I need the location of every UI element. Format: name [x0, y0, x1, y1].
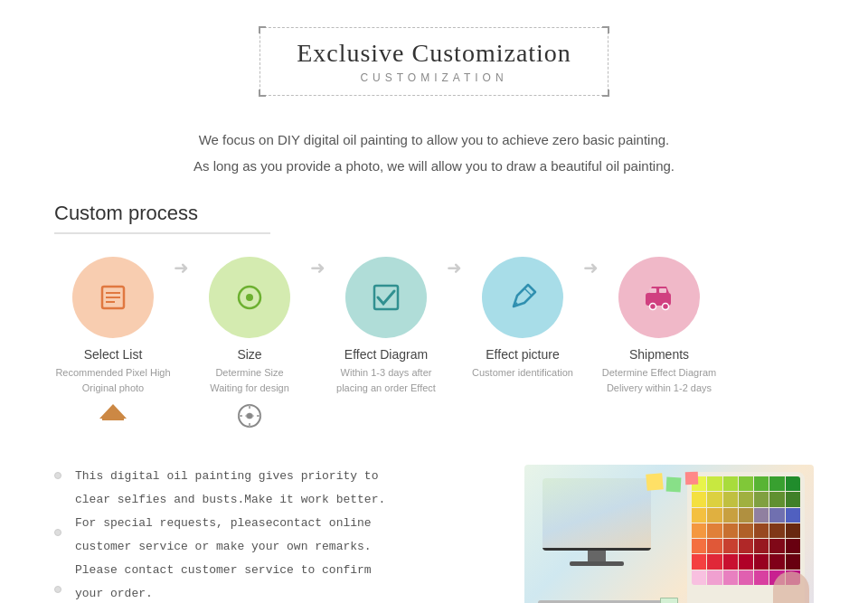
swatch-cell [786, 523, 800, 538]
step-effect-diagram: Effect Diagram Within 1-3 days afterplac… [327, 257, 445, 395]
arrow-2: ➜ [308, 257, 327, 324]
checkmark-icon [368, 279, 404, 316]
swatch-cell [723, 570, 738, 585]
bottom-text-line6: your order. [75, 582, 497, 603]
swatch-cell [754, 539, 769, 553]
swatch-cell [754, 554, 769, 569]
color-tablet [687, 472, 805, 603]
monitor-display [542, 478, 651, 551]
circle-dot-icon [231, 279, 268, 316]
arrow-3: ➜ [445, 257, 464, 324]
process-section: Custom process Select List Recommended P… [0, 193, 868, 433]
swatch-grid [692, 476, 800, 585]
swatch-cell [739, 554, 753, 569]
step-circle-2 [209, 257, 290, 338]
swatch-cell [769, 539, 784, 553]
bottom-text-line5: Please contact customer service to confi… [75, 559, 497, 582]
swatch-cell [692, 570, 706, 585]
bottom-text-line2: clear selfies and busts.Make it work bet… [75, 488, 497, 512]
swatch-cell [723, 508, 738, 523]
deco-corner-tl [259, 26, 266, 33]
swatch-cell [739, 539, 753, 553]
step-label-5: Shipments [629, 347, 689, 362]
list-icon [95, 279, 131, 316]
monitor-base [570, 561, 624, 566]
step-extra-icon-1 [99, 402, 127, 424]
svg-rect-5 [102, 419, 124, 420]
dot-2 [54, 529, 61, 536]
step-effect-picture: Effect picture Customer identification [464, 257, 581, 381]
svg-point-19 [663, 304, 669, 310]
bottom-section: This digital oil painting gives priority… [0, 451, 868, 603]
swatch-cell [769, 508, 784, 523]
step-size: Size Determine SizeWaiting for design [191, 257, 308, 433]
swatch-cell [692, 508, 706, 523]
sidebar-dots [54, 465, 61, 593]
swatch-cell [786, 554, 800, 569]
swatch-cell [723, 523, 738, 538]
swatch-cell [786, 492, 800, 506]
swatch-cell [754, 492, 769, 506]
swatch-cell [707, 554, 722, 569]
desc-line1: We focus on DIY digital oil painting to … [54, 127, 814, 154]
swatch-cell [707, 508, 722, 523]
swatch-cell [769, 523, 784, 538]
step-circle-4 [482, 257, 563, 338]
deco-box: Exclusive Customization CUSTOMIZATION [259, 27, 609, 96]
bottom-image-container: Pure AI manual draft, subdivide color bl… [524, 465, 814, 603]
pen-holder [660, 598, 678, 603]
page-wrapper: Exclusive Customization CUSTOMIZATION We… [0, 0, 868, 603]
arrow-4: ➜ [581, 257, 600, 324]
desc-line2: As long as you provide a photo, we will … [54, 154, 814, 180]
step-circle-3 [345, 257, 427, 338]
swatch-cell [723, 492, 738, 506]
svg-point-7 [246, 294, 253, 301]
step-select-list: Select List Recommended Pixel HighOrigin… [54, 257, 172, 424]
swatch-cell [739, 570, 753, 585]
deco-corner-bl [259, 90, 266, 97]
step-desc-3: Within 1-3 days afterplacing an order Ef… [336, 365, 436, 395]
monitor-stand [588, 551, 606, 561]
hand-silhouette [773, 571, 809, 603]
description-section: We focus on DIY digital oil painting to … [0, 114, 868, 193]
sticky-note-3 [685, 472, 698, 485]
swatch-cell [692, 554, 706, 569]
step-label-3: Effect Diagram [344, 347, 428, 362]
svg-marker-4 [99, 404, 127, 419]
step-label-2: Size [237, 347, 261, 362]
swatch-cell [769, 554, 784, 569]
sticky-note-1 [646, 473, 664, 491]
swatch-cell [723, 554, 738, 569]
swatch-cell [723, 539, 738, 553]
arrow-1: ➜ [172, 257, 191, 324]
swatch-cell [769, 492, 784, 506]
svg-rect-21 [659, 288, 666, 293]
step-circle-1 [72, 257, 154, 338]
deco-corner-br [602, 90, 609, 97]
svg-rect-20 [649, 288, 656, 293]
swatch-cell [707, 523, 722, 538]
swatch-cell [754, 523, 769, 538]
step-desc-2: Determine SizeWaiting for design [210, 365, 289, 395]
dot-1 [54, 472, 61, 479]
swatch-cell [739, 508, 753, 523]
car-icon [641, 279, 677, 316]
swatch-cell [707, 570, 722, 585]
swatch-cell [707, 539, 722, 553]
swatch-cell [786, 476, 800, 491]
swatch-cell [786, 508, 800, 523]
swatch-cell [739, 523, 753, 538]
step-label-1: Select List [84, 347, 143, 362]
step-desc-1: Recommended Pixel HighOriginal photo [55, 365, 170, 395]
pencil-icon [505, 279, 541, 316]
sticky-note-2 [666, 477, 682, 493]
svg-line-16 [524, 288, 532, 296]
swatch-cell [707, 476, 722, 491]
page-subtitle: CUSTOMIZATION [297, 71, 571, 84]
swatch-cell [707, 492, 722, 506]
swatch-cell [739, 476, 753, 491]
page-title: Exclusive Customization [297, 39, 571, 68]
step-desc-5: Determine Effect DiagramDelivery within … [602, 365, 716, 395]
bottom-text-line4: customer service or make your own remark… [75, 535, 497, 559]
process-steps: Select List Recommended Pixel HighOrigin… [54, 257, 814, 433]
